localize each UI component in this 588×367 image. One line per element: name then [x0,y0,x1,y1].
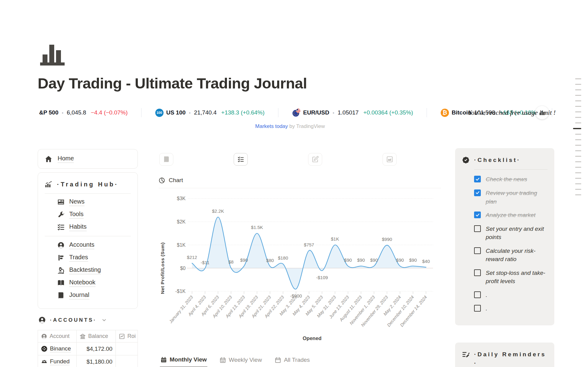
outline-marker[interactable] [575,134,581,135]
outline-marker[interactable] [575,183,581,184]
outline-marker[interactable] [575,122,581,123]
checkbox-unchecked[interactable] [474,291,481,298]
outline-marker[interactable] [575,95,581,96]
checklist-item[interactable]: Check the news [474,175,548,184]
outline-marker[interactable] [575,100,581,101]
svg-text:$90: $90 [396,257,404,263]
dot-separator: • [189,110,190,115]
net-profit-loss-chart[interactable]: $3K$2K$1K$0-$1K$212-$11$2.2K$8$90$1.5K$8… [159,188,441,350]
svg-text:$1K: $1K [331,236,339,242]
sidebar-item-label[interactable]: Habits [69,223,87,231]
checkbox-unchecked[interactable] [474,269,481,276]
outline-marker[interactable] [575,172,581,173]
table-row-binance[interactable]: Binance $4,172.00 [38,343,138,355]
column-header-roi[interactable]: Roi [116,330,138,342]
checkbox-unchecked[interactable] [474,225,481,232]
outline-marker[interactable] [575,84,581,85]
checkbox-checked[interactable] [474,189,481,196]
sidebar-item-backtesting[interactable]: Backtesting [57,266,131,274]
outline-marker[interactable] [575,161,581,162]
accounts-section-header[interactable]: ·ACCOUNTS· [38,316,138,324]
sidebar-item-trades[interactable]: Trades [57,254,131,262]
tab-all-trades[interactable]: All Trades [274,354,310,367]
ticker-symbol: EUR/USD [303,109,330,116]
checklist-item[interactable]: Analyze the market [474,211,548,219]
ticker-item-us100[interactable]: 100 US 100 • 21,740.4 +138.3 (+0.64%) [155,109,265,117]
ticker-item-sp500[interactable]: S&P 500 • 6,045.8 −4.4 (−0.07%) [39,109,128,116]
checkbox-checked[interactable] [474,212,481,218]
sidebar-item-label[interactable]: Backtesting [69,266,101,274]
checklist-view-button[interactable] [234,153,248,166]
tab-monthly-view[interactable]: Monthly View [160,354,207,367]
outline-marker[interactable] [575,189,581,190]
checklist-item[interactable]: . [474,291,548,299]
sidebar-item-journal[interactable]: Journal [57,291,131,299]
checklist-item[interactable]: . [474,304,548,313]
roi-cell [116,355,138,367]
trading-hub-items: News Tools Habits [45,198,131,231]
markets-today-link[interactable]: Markets today [255,123,288,129]
accounts-section-title: ·ACCOUNTS· [50,317,97,323]
outline-marker[interactable] [575,111,581,112]
chevron-down-icon[interactable] [101,317,107,323]
checklist-item[interactable]: Set your entry and exit points [474,225,548,242]
checklist-header: ·Checklist· [462,155,548,164]
outline-marker[interactable] [575,178,581,179]
sidebar-item-tools[interactable]: Tools [57,211,131,219]
svg-text:$8: $8 [228,259,234,264]
outline-marker[interactable] [575,139,581,140]
bitcoin-logo: ₿ [441,109,449,117]
person-icon [41,333,47,339]
table-row-funded[interactable]: Funded $1,180.00 [38,355,138,367]
tab-weekly-view[interactable]: Weekly View [219,354,262,367]
checklist-icon [57,223,65,231]
outline-marker[interactable] [575,117,581,118]
sidebar-item-label[interactable]: Accounts [69,241,94,249]
outline-marker-active[interactable] [573,128,581,129]
outline-marker[interactable] [575,78,581,79]
sidebar-item-habits[interactable]: Habits [57,223,131,231]
svg-text:$180: $180 [278,255,288,260]
checkbox-checked[interactable] [474,176,481,182]
sidebar-item-label[interactable]: Trades [69,254,88,262]
outline-marker[interactable] [575,194,581,195]
outline-marker[interactable] [575,89,581,90]
sidebar-item-notebook[interactable]: Notebook [57,279,131,287]
column-header-label: Balance [88,333,108,339]
checklist-item-label: Check the news [486,175,527,184]
outline-marker[interactable] [575,150,581,151]
checkbox-unchecked[interactable] [474,305,481,312]
ticker-caption-by: by TradingView [289,123,325,129]
outline-marker[interactable] [575,167,581,168]
account-link[interactable]: Funded [50,358,70,365]
page-bar-chart-icon[interactable] [39,42,68,67]
ticker-price: 1.05017 [337,109,359,116]
outline-rail[interactable] [573,78,581,200]
checklist-item[interactable]: Set stop-loss and take-profit levels [474,269,548,286]
sidebar-item-label[interactable]: Journal [69,291,89,299]
column-header-account[interactable]: Account [38,330,77,342]
ticker-change: −4.4 (−0.07%) [91,109,127,116]
ticker-item-eurusd[interactable]: EUR/USD • 1.05017 +0.00364 (+0.35%) [292,109,413,117]
sidebar-item-accounts[interactable]: Accounts [57,241,131,249]
sidebar-item-label[interactable]: Home [58,155,74,163]
sidebar-item-label[interactable]: Notebook [69,279,96,287]
journal-view-button[interactable] [159,153,173,166]
outline-marker[interactable] [575,156,581,157]
checklist-item[interactable]: Calculate your risk-reward ratio [474,247,548,264]
sidebar-item-label[interactable]: News [69,198,85,206]
svg-text:$90: $90 [357,257,365,263]
account-link[interactable]: Binance [50,345,71,352]
column-header-balance[interactable]: Balance [77,330,116,342]
sidebar-item-label[interactable]: Tools [69,211,84,219]
outline-marker[interactable] [575,106,581,107]
checklist-items: Check the news Review your trading plan … [462,175,548,313]
checkbox-unchecked[interactable] [474,247,481,254]
divider [45,236,131,236]
sidebar-item-news[interactable]: News [57,198,131,206]
outline-marker[interactable] [575,145,581,146]
compose-view-button[interactable] [308,153,322,166]
sidebar-item-home[interactable]: Home [45,155,131,163]
chart-view-button[interactable] [383,153,397,166]
checklist-item[interactable]: Review your trading plan [474,189,548,206]
